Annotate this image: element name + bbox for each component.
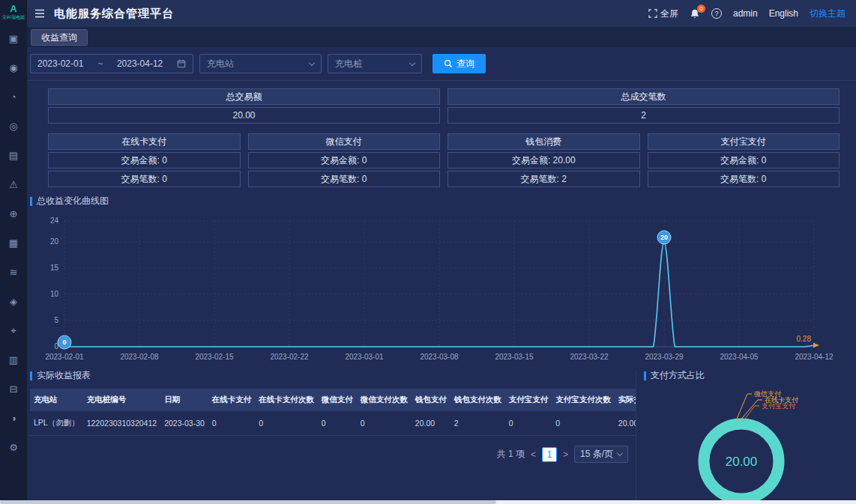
svg-text:2023-02-15: 2023-02-15 — [195, 353, 234, 361]
table-cell: 2023-03-30 — [160, 411, 208, 436]
current-page-button[interactable]: 1 — [542, 447, 557, 462]
method-card-online-card: 在线卡支付 交易金额: 0 交易笔数: 0 — [48, 133, 241, 187]
method-card-wechat: 微信支付 交易金额: 0 交易笔数: 0 — [248, 133, 441, 187]
table-cell: LPL（勿删） — [30, 411, 83, 436]
report-table: 充电站 充电桩编号 日期 在线卡支付 在线卡支付次数 微信支付 微信支付次数 钱… — [30, 389, 636, 436]
help-button[interactable]: ? — [711, 8, 722, 19]
station-icon: ◈ — [10, 296, 17, 307]
sidebar-item-billing[interactable]: ⊕ — [5, 208, 22, 220]
notification-bell-button[interactable]: 0 — [690, 8, 700, 19]
pile-select[interactable]: 充电桩 — [328, 54, 422, 73]
fullscreen-button[interactable]: 全屏 — [648, 7, 678, 20]
sidebar-item-customers[interactable]: ◎ — [5, 121, 22, 133]
total-count-card: 总成交笔数 2 — [447, 88, 840, 124]
logo-mark: A — [2, 4, 25, 13]
svg-text:支付宝支付: 支付宝支付 — [762, 402, 796, 410]
settings-icon: ⚙ — [9, 442, 18, 453]
sidebar-item-operator[interactable]: ◉ — [5, 62, 22, 74]
report-title: 实际收益报表 — [37, 369, 91, 382]
query-button[interactable]: 查询 — [432, 54, 486, 73]
column-header: 微信支付次数 — [357, 389, 412, 411]
column-header: 在线卡支付次数 — [255, 389, 318, 411]
sidebar-item-navigation[interactable]: ⌖ — [5, 325, 22, 337]
line-chart-title: 总收益变化曲线图 — [37, 195, 109, 207]
column-header: 日期 — [160, 389, 208, 411]
date-separator: ~ — [97, 58, 103, 69]
search-icon — [444, 59, 453, 68]
table-cell: 0 — [505, 411, 552, 436]
svg-text:2023-03-22: 2023-03-22 — [570, 353, 609, 361]
logo: A 安科瑞电能 — [2, 0, 25, 19]
method-title: 微信支付 — [248, 133, 441, 150]
sidebar-item-settings[interactable]: ⚙ — [5, 442, 22, 454]
collapse-sidebar-icon[interactable] — [34, 8, 45, 19]
total-count-value: 2 — [447, 107, 840, 124]
app-root: A 安科瑞电能 ▣ ◉ ◔ ◎ ▤ ⚠ ⊕ ▦ ≋ ◈ ⌖ ▥ ⊟ ◑ ⚙ 电能… — [0, 0, 856, 504]
column-header: 钱包支付次数 — [450, 389, 505, 411]
sidebar-item-alarm[interactable]: ⚠ — [5, 179, 22, 191]
method-amount: 交易金额: 0 — [648, 152, 840, 168]
column-header: 充电桩编号 — [83, 389, 160, 411]
line-chart-section-title: 总收益变化曲线图 — [30, 195, 840, 207]
svg-text:2023-04-05: 2023-04-05 — [720, 353, 759, 361]
scrollbar-thumb[interactable] — [0, 500, 496, 504]
svg-text:2023-03-29: 2023-03-29 — [645, 353, 684, 361]
notification-badge: 0 — [697, 4, 705, 13]
date-range-input[interactable]: 2023-02-01 ~ 2023-04-12 — [30, 54, 193, 73]
page-size-select[interactable]: 15 条/页 — [574, 446, 628, 463]
section-title-bar — [644, 371, 646, 380]
column-header: 微信支付 — [318, 389, 357, 411]
method-card-wallet: 钱包消费 交易金额: 20.00 交易笔数: 2 — [447, 133, 640, 187]
table-cell: 1220230310320412 — [83, 411, 160, 436]
section-title-bar — [30, 197, 32, 206]
svg-text:5: 5 — [54, 316, 58, 324]
svg-text:0.28: 0.28 — [797, 335, 812, 343]
horizontal-scrollbar[interactable] — [0, 500, 856, 504]
sidebar-item-orders[interactable]: ▥ — [5, 354, 22, 366]
tab-revenue-query[interactable]: 收益查询 — [31, 29, 88, 46]
sidebar-item-account[interactable]: ◑ — [5, 413, 22, 425]
station-select[interactable]: 充电站 — [199, 54, 322, 73]
sidebar-item-monitor[interactable]: ▣ — [5, 33, 22, 45]
table-header-row: 充电站 充电桩编号 日期 在线卡支付 在线卡支付次数 微信支付 微信支付次数 钱… — [30, 389, 636, 411]
sidebar-item-topology[interactable]: ≋ — [5, 267, 22, 279]
table-cell: 20.00 — [615, 411, 636, 436]
total-count-label: 总成交笔数 — [447, 88, 840, 105]
method-title: 支付宝支付 — [648, 133, 840, 150]
column-header: 充电站 — [30, 389, 83, 411]
logo-text: 安科瑞电能 — [2, 15, 25, 19]
table-cell: 0 — [208, 411, 256, 436]
sidebar-item-history[interactable]: ◔ — [5, 91, 22, 103]
table-cell: 0 — [552, 411, 615, 436]
sidebar-item-package[interactable]: ▦ — [5, 237, 22, 249]
user-menu[interactable]: admin — [733, 8, 758, 19]
prev-page-button[interactable]: < — [531, 449, 536, 460]
revenue-line-chart: 05101520242023-02-012023-02-082023-02-15… — [30, 209, 840, 368]
totals-row: 总交易额 20.00 总成交笔数 2 — [48, 88, 840, 124]
date-start-value: 2023-02-01 — [37, 58, 83, 69]
svg-text:20.00: 20.00 — [726, 455, 758, 469]
svg-text:20: 20 — [660, 234, 668, 241]
svg-text:2023-03-01: 2023-03-01 — [345, 353, 384, 361]
sidebar-item-station[interactable]: ◈ — [5, 296, 22, 308]
next-page-button[interactable]: > — [563, 449, 568, 460]
pagination-total: 共 1 项 — [497, 448, 525, 461]
filter-divider — [27, 80, 856, 81]
method-amount: 交易金额: 0 — [248, 152, 441, 168]
topology-icon: ≋ — [10, 267, 18, 278]
page-title: 电能服务综合管理平台 — [54, 7, 174, 21]
sidebar-item-storage[interactable]: ⊟ — [5, 383, 22, 395]
pile-select-placeholder: 充电桩 — [335, 58, 362, 70]
theme-switch-link[interactable]: 切换主题 — [810, 7, 846, 20]
station-select-placeholder: 充电站 — [207, 58, 234, 70]
svg-text:24: 24 — [50, 216, 59, 225]
language-switch[interactable]: English — [769, 8, 798, 19]
method-count: 交易笔数: 0 — [48, 171, 241, 187]
main-area: 电能服务综合管理平台 全屏 0 ? admin English 切换主题 收益查… — [27, 0, 856, 504]
pie-title: 支付方式占比 — [651, 369, 705, 382]
sidebar-nav: ▣ ◉ ◔ ◎ ▤ ⚠ ⊕ ▦ ≋ ◈ ⌖ ▥ ⊟ ◑ ⚙ — [5, 33, 22, 454]
svg-text:2023-04-12: 2023-04-12 — [795, 353, 834, 361]
sidebar-item-report[interactable]: ▤ — [5, 150, 22, 162]
page-size-value: 15 条/页 — [580, 448, 613, 461]
svg-text:10: 10 — [50, 290, 59, 298]
